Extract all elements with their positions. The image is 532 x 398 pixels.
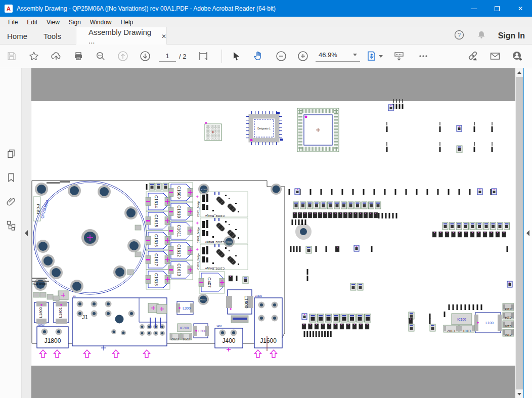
select-tool-button[interactable] xyxy=(228,48,245,65)
tab-bar: Home Tools Assembly Drawing ... ✕ ? Sign… xyxy=(0,27,532,45)
zoom-out-button[interactable] xyxy=(273,48,290,65)
fit-page-caret-icon xyxy=(379,55,383,58)
svg-text:C201: C201 xyxy=(182,337,190,341)
svg-text:C1002_Bridge: C1002_Bridge xyxy=(205,241,225,244)
maximize-button[interactable] xyxy=(485,0,509,17)
window-title: Assembly Drawing - QP25M06A ([No Variati… xyxy=(17,5,276,12)
zoom-in-button[interactable] xyxy=(294,48,312,65)
hand-tool-button[interactable] xyxy=(250,48,267,65)
page-view-button[interactable] xyxy=(195,48,212,65)
svg-text:H1501: H1501 xyxy=(201,188,207,191)
svg-text:C1612: C1612 xyxy=(176,244,182,257)
title-bar: A Assembly Drawing - QP25M06A ([No Varia… xyxy=(0,0,532,17)
scrollbar-thumb[interactable] xyxy=(516,77,523,389)
collapse-left-pane-handle[interactable] xyxy=(25,230,28,236)
svg-text:IC100: IC100 xyxy=(457,318,466,321)
document-viewport[interactable]: L1500H1501H1500H1502PCB1QP25M06ARev. AR0… xyxy=(31,68,515,398)
previous-page-button[interactable] xyxy=(114,48,131,65)
attachments-icon[interactable] xyxy=(3,193,19,209)
svg-text:L200: L200 xyxy=(198,329,206,333)
search-button[interactable] xyxy=(92,48,109,65)
svg-text:J1600: J1600 xyxy=(255,294,262,297)
svg-text:H1502: H1502 xyxy=(200,298,207,301)
svg-text:C1616: C1616 xyxy=(154,234,159,247)
main-toolbar: / 2 46.9% xyxy=(0,45,532,68)
svg-text:C1617: C1617 xyxy=(154,253,159,266)
svg-text:J400: J400 xyxy=(216,325,222,328)
pcb-drawing: L1500H1501H1500H1502PCB1QP25M06ARev. AR0… xyxy=(31,68,515,398)
email-button[interactable] xyxy=(486,48,504,65)
svg-text:C1618: C1618 xyxy=(154,273,159,286)
svg-text:H1500: H1500 xyxy=(226,241,233,243)
tab-document[interactable]: Assembly Drawing ... ✕ xyxy=(76,27,167,45)
menu-view[interactable]: View xyxy=(42,18,64,27)
menu-bar: File Edit View Sign Window Help xyxy=(0,17,532,27)
svg-text:J1: J1 xyxy=(82,314,88,320)
svg-text:C1002_Bridge: C1002_Bridge xyxy=(205,267,225,270)
svg-text:L1801: L1801 xyxy=(58,307,63,318)
svg-text:?: ? xyxy=(458,32,461,38)
zoom-level-control[interactable]: 46.9% xyxy=(316,49,360,62)
notifications-bell-icon[interactable] xyxy=(476,29,487,42)
svg-text:C105: C105 xyxy=(505,325,511,328)
share-link-button[interactable] xyxy=(464,48,481,65)
tab-home[interactable]: Home xyxy=(7,27,37,45)
fit-page-button[interactable] xyxy=(364,48,384,65)
bookmarks-icon[interactable] xyxy=(3,169,19,186)
save-button[interactable] xyxy=(3,48,20,65)
maximize-icon xyxy=(495,6,500,11)
scroll-down-button[interactable] xyxy=(515,390,523,398)
acrobat-app-icon: A xyxy=(5,5,13,13)
page-total-label: / 2 xyxy=(179,53,186,60)
svg-text:C407: C407 xyxy=(207,277,212,288)
toolbar-separator xyxy=(221,50,222,63)
tab-tools[interactable]: Tools xyxy=(43,27,69,45)
sign-in-avatar-button[interactable] xyxy=(509,48,526,65)
right-pane-strip xyxy=(523,68,532,398)
svg-text:C103: C103 xyxy=(505,307,511,311)
page-number-input[interactable] xyxy=(159,51,176,62)
minimize-button[interactable]: — xyxy=(462,0,485,17)
svg-text:C1001_Bridge: C1001_Bridge xyxy=(197,201,200,217)
svg-text:C106: C106 xyxy=(505,333,511,336)
more-tools-button[interactable] xyxy=(415,48,432,65)
menu-edit[interactable]: Edit xyxy=(22,18,42,27)
upload-cloud-button[interactable] xyxy=(48,48,65,65)
layers-icon[interactable] xyxy=(3,216,19,233)
star-button[interactable] xyxy=(25,48,42,65)
acrobat-window: A Assembly Drawing - QP25M06A ([No Varia… xyxy=(0,0,532,398)
svg-text:C202: C202 xyxy=(171,337,179,341)
help-icon[interactable]: ? xyxy=(454,29,465,42)
read-mode-button[interactable] xyxy=(390,48,408,65)
svg-text:C104: C104 xyxy=(505,316,511,319)
svg-text:C1609: C1609 xyxy=(176,186,182,199)
svg-text:R023_Bridge: R023_Bridge xyxy=(32,282,47,285)
svg-text:L1800: L1800 xyxy=(38,307,43,318)
svg-text:IC200: IC200 xyxy=(180,326,189,330)
svg-text:C1001_Bridge: C1001_Bridge xyxy=(197,227,200,243)
zoom-caret-icon xyxy=(353,54,357,56)
print-button[interactable] xyxy=(70,48,87,65)
expand-right-pane-handle[interactable] xyxy=(526,230,529,236)
menu-help[interactable]: Help xyxy=(116,18,138,27)
tab-close-icon[interactable]: ✕ xyxy=(161,33,166,40)
close-button[interactable]: ✕ xyxy=(509,0,532,17)
svg-text:J400: J400 xyxy=(222,337,235,344)
page-thumbnails-icon[interactable] xyxy=(3,145,19,162)
menu-file[interactable]: File xyxy=(4,18,22,27)
menu-sign[interactable]: Sign xyxy=(64,18,85,27)
navigation-sidebar xyxy=(0,68,22,398)
vertical-scrollbar[interactable] xyxy=(515,68,523,398)
svg-text:L1600: L1600 xyxy=(244,295,249,308)
next-page-button[interactable] xyxy=(137,48,154,65)
svg-text:C1615: C1615 xyxy=(154,214,159,227)
svg-text:C1613: C1613 xyxy=(176,263,182,276)
svg-text:J1: J1 xyxy=(73,294,76,297)
svg-text:L100: L100 xyxy=(485,321,494,325)
menu-window[interactable]: Window xyxy=(85,18,116,27)
svg-text:C1614: C1614 xyxy=(154,195,159,208)
svg-text:C1002_Bridge: C1002_Bridge xyxy=(205,214,225,217)
document-tab-label: Assembly Drawing ... xyxy=(88,28,154,45)
scroll-up-button[interactable] xyxy=(515,68,523,76)
sign-in-button[interactable]: Sign In xyxy=(498,31,525,40)
